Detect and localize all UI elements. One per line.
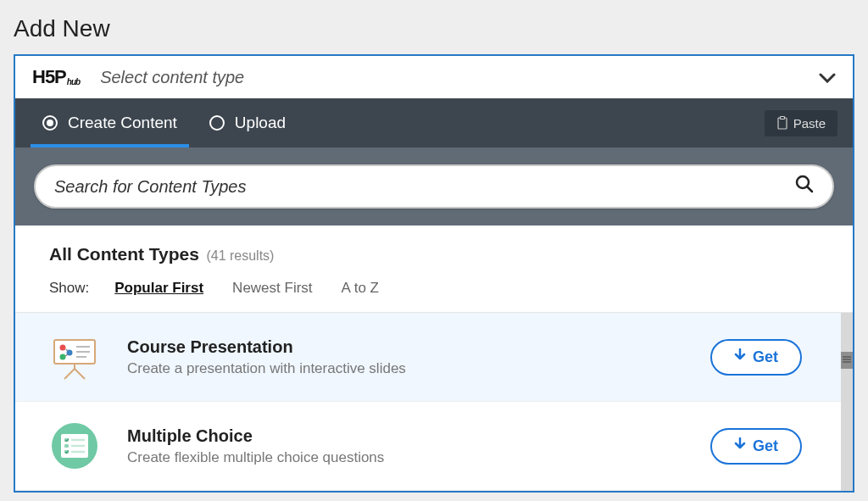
tab-create-content[interactable]: Create Content	[31, 98, 189, 148]
download-icon	[734, 437, 746, 455]
search-input[interactable]	[54, 177, 795, 197]
content-type-list: Course Presentation Create a presentatio…	[15, 312, 853, 491]
radio-selected-icon	[42, 115, 58, 131]
svg-point-5	[60, 345, 66, 351]
list-item-desc: Create flexible multiple choice question…	[127, 449, 710, 466]
chevron-down-icon	[819, 66, 836, 88]
svg-rect-20	[64, 444, 69, 448]
paste-label: Paste	[793, 116, 826, 131]
sort-row: Show: Popular First Newest First A to Z	[49, 280, 819, 297]
page-title: Add New	[0, 0, 868, 54]
sort-newest-first[interactable]: Newest First	[232, 280, 312, 297]
show-label: Show:	[49, 280, 89, 297]
multiple-choice-icon	[49, 420, 100, 471]
list-item-text: Course Presentation Create a presentatio…	[127, 337, 710, 377]
h5p-logo-sub: hub	[67, 77, 80, 86]
clipboard-icon	[776, 116, 788, 130]
sort-a-to-z[interactable]: A to Z	[342, 280, 379, 297]
paste-button[interactable]: Paste	[765, 110, 837, 136]
h5p-logo: H5Phub	[32, 66, 80, 88]
download-icon	[734, 348, 746, 366]
svg-line-15	[75, 369, 85, 379]
list-item-title: Course Presentation	[127, 337, 710, 357]
search-bar[interactable]	[34, 164, 834, 209]
get-label: Get	[753, 348, 778, 366]
tab-upload[interactable]: Upload	[198, 98, 298, 148]
hub-header[interactable]: H5Phub Select content type	[15, 56, 853, 98]
hub-container: H5Phub Select content type Create Conten…	[14, 54, 854, 493]
get-label: Get	[753, 437, 778, 455]
list-item-text: Multiple Choice Create flexible multiple…	[127, 426, 710, 466]
radio-unselected-icon	[209, 115, 225, 131]
tab-create-label: Create Content	[68, 114, 177, 132]
results-title: All Content Types	[49, 244, 199, 264]
list-item-desc: Create a presentation with interactive s…	[127, 360, 710, 377]
results-header: All Content Types (41 results) Show: Pop…	[15, 225, 853, 312]
select-content-type-label: Select content type	[100, 68, 819, 87]
list-item[interactable]: Course Presentation Create a presentatio…	[15, 313, 853, 402]
svg-line-14	[64, 369, 75, 379]
get-button[interactable]: Get	[710, 428, 802, 465]
tab-bar: Create Content Upload Paste	[15, 98, 853, 148]
tab-upload-label: Upload	[235, 114, 286, 132]
sort-popular-first[interactable]: Popular First	[114, 280, 203, 297]
scrollbar-thumb[interactable]	[841, 352, 853, 369]
h5p-logo-text: H5P	[32, 66, 66, 88]
search-bar-wrap	[15, 148, 853, 225]
svg-line-3	[808, 187, 813, 192]
list-item[interactable]: Multiple Choice Create flexible multiple…	[15, 402, 853, 491]
svg-point-7	[60, 354, 66, 360]
list-item-title: Multiple Choice	[127, 426, 710, 446]
get-button[interactable]: Get	[710, 339, 802, 376]
scrollbar-grip-icon	[843, 356, 851, 358]
svg-rect-1	[780, 117, 784, 120]
course-presentation-icon	[49, 331, 100, 382]
results-count: (41 results)	[206, 248, 274, 263]
scrollbar-track[interactable]	[841, 313, 853, 491]
search-icon[interactable]	[795, 175, 814, 198]
